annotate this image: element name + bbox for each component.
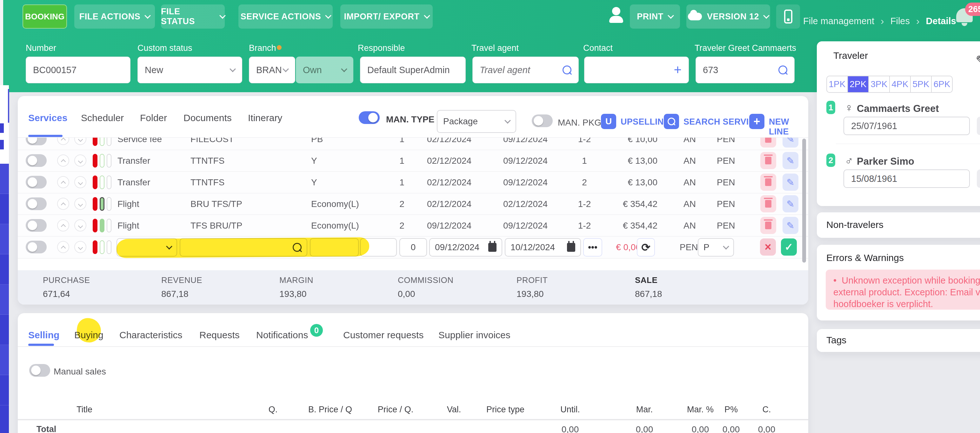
move-up-button[interactable] (57, 219, 69, 232)
pencil-icon[interactable]: ✎ (975, 53, 980, 68)
traveler-extra-field[interactable] (977, 169, 980, 188)
tab-customer-requests[interactable]: Customer requests (343, 330, 423, 340)
move-up-button[interactable] (57, 155, 69, 166)
contact-input[interactable]: + (584, 57, 689, 83)
import-export-menu[interactable]: IMPORT/ EXPORT (340, 5, 433, 29)
tab-documents[interactable]: Documents (183, 113, 232, 123)
service-actions-menu[interactable]: SERVICE ACTIONS (239, 5, 333, 29)
left-nav-tab[interactable] (0, 140, 4, 149)
version-menu[interactable]: VERSION 12 (686, 5, 770, 29)
pax-option-6pk[interactable]: 6PK (931, 76, 952, 92)
tab-itinerary[interactable]: Itinerary (248, 113, 282, 123)
service-row[interactable]: Flight BRU TFS/TP Economy(L) 2 02/12/202… (18, 193, 808, 215)
tab-scheduler[interactable]: Scheduler (81, 113, 124, 123)
pax-option-4pk[interactable]: 4PK (889, 76, 910, 92)
manual-type-toggle[interactable] (359, 111, 380, 124)
tab-services[interactable]: Services (28, 113, 67, 123)
delete-row-button[interactable] (760, 174, 776, 191)
add-contact-icon[interactable]: + (674, 62, 682, 78)
service-row[interactable]: Flight TFS BRU/TP Economy(L) 2 09/12/202… (18, 215, 808, 236)
pax-option-5pk[interactable]: 5PK (910, 76, 931, 92)
new-line-label[interactable]: NEW LINE (769, 117, 808, 137)
move-down-button[interactable] (74, 219, 86, 232)
breadcrumb-files[interactable]: Files (891, 16, 910, 26)
tab-requests[interactable]: Requests (199, 330, 240, 340)
date-to-input[interactable]: 10/12/2024 (505, 238, 581, 257)
tab-selling[interactable]: Selling (28, 330, 59, 340)
tab-supplier-invoices[interactable]: Supplier invoices (438, 330, 511, 340)
traveler-dob-input[interactable]: 15/08/1961 (843, 169, 970, 188)
edit-row-button[interactable]: ✎ (783, 174, 799, 191)
pax-option-2pk[interactable]: 2PK (847, 76, 868, 92)
pax-option-3pk[interactable]: 3PK (868, 76, 889, 92)
service-row[interactable]: Transfer TTNTFS Y 1 02/12/2024 09/12/202… (18, 150, 808, 172)
upselling-label[interactable]: UPSELLING (620, 117, 670, 127)
service-row[interactable]: Service fee FILECOST PB 1 02/12/2024 09/… (18, 137, 808, 150)
responsible-input[interactable]: Default SuperAdmin (360, 57, 466, 83)
move-up-button[interactable] (57, 241, 69, 253)
calendar-icon[interactable] (488, 243, 496, 252)
row-toggle[interactable] (26, 219, 47, 232)
search-icon[interactable] (563, 66, 571, 74)
file-status-menu[interactable]: FILE STATUS (161, 5, 225, 29)
left-nav-tab[interactable] (0, 123, 4, 133)
service-edit-row[interactable]: 0 09/12/2024 10/12/2024 ••• € 0,00 ⟳ PEN… (18, 236, 808, 259)
manual-package-toggle[interactable] (532, 115, 553, 127)
date-from-input[interactable]: 09/12/2024 (429, 238, 502, 257)
move-down-button[interactable] (74, 176, 86, 188)
edit-row-button[interactable]: ✎ (783, 195, 799, 213)
row-toggle[interactable] (26, 197, 47, 210)
branch-own-select[interactable]: Own (296, 57, 353, 83)
file-actions-menu[interactable]: FILE ACTIONS (74, 5, 155, 29)
p-select[interactable]: P (698, 238, 734, 257)
qty-input[interactable]: 0 (399, 238, 427, 257)
pax-option-1pk[interactable]: 1PK (827, 76, 847, 92)
travel-agent-input[interactable]: Travel agent (473, 57, 579, 83)
move-up-button[interactable] (57, 137, 69, 145)
move-up-button[interactable] (57, 198, 69, 210)
search-service-button[interactable] (664, 114, 679, 129)
device-button[interactable] (776, 5, 800, 29)
row-toggle[interactable] (26, 137, 47, 145)
delete-row-button[interactable] (760, 217, 776, 234)
move-down-button[interactable] (74, 198, 86, 210)
branch-select[interactable]: BRAN (249, 57, 295, 83)
table-scrollbar[interactable] (802, 139, 806, 263)
custom-status-select[interactable]: New (137, 57, 242, 83)
more-options-button[interactable]: ••• (583, 238, 602, 257)
confirm-row-button[interactable]: ✓ (781, 238, 797, 256)
new-line-button[interactable]: + (749, 114, 764, 129)
left-nav-strip[interactable] (0, 164, 9, 433)
search-icon[interactable] (778, 66, 787, 74)
move-up-button[interactable] (57, 176, 69, 188)
row-toggle[interactable] (26, 176, 47, 189)
traveler-extra-field[interactable] (977, 117, 980, 135)
user-icon[interactable] (612, 7, 620, 15)
edit-row-button[interactable]: ✎ (783, 152, 799, 169)
row-toggle[interactable] (26, 241, 47, 253)
breadcrumb-file-management[interactable]: File management (803, 16, 874, 26)
edit-row-button[interactable]: ✎ (783, 137, 799, 147)
calendar-icon[interactable] (567, 243, 575, 252)
row-toggle[interactable] (26, 154, 47, 167)
recalculate-button[interactable]: ⟳ (637, 238, 655, 257)
booking-status-button[interactable]: BOOKING (22, 5, 67, 29)
traveler-search-input[interactable]: 673 (695, 57, 795, 83)
move-down-button[interactable] (74, 155, 86, 166)
tab-notifications[interactable]: Notifications (256, 330, 308, 340)
move-down-button[interactable] (74, 241, 86, 253)
traveler-dob-input[interactable]: 25/07/1961 (843, 117, 970, 135)
print-menu[interactable]: PRINT (630, 5, 680, 29)
package-select[interactable]: Package (437, 110, 516, 133)
tab-folder[interactable]: Folder (140, 113, 167, 123)
edit-row-button[interactable]: ✎ (783, 217, 799, 234)
delete-row-button[interactable] (760, 137, 776, 147)
service-row[interactable]: Transfer TTNTFS Y 1 02/12/2024 09/12/202… (18, 172, 808, 193)
tab-characteristics[interactable]: Characteristics (119, 330, 182, 340)
delete-row-button[interactable] (760, 195, 776, 213)
delete-row-button[interactable] (760, 152, 776, 169)
number-input[interactable]: BC000157 (26, 57, 130, 83)
upselling-button[interactable]: U (601, 114, 616, 129)
move-down-button[interactable] (74, 137, 86, 145)
cancel-row-button[interactable]: × (760, 238, 776, 256)
